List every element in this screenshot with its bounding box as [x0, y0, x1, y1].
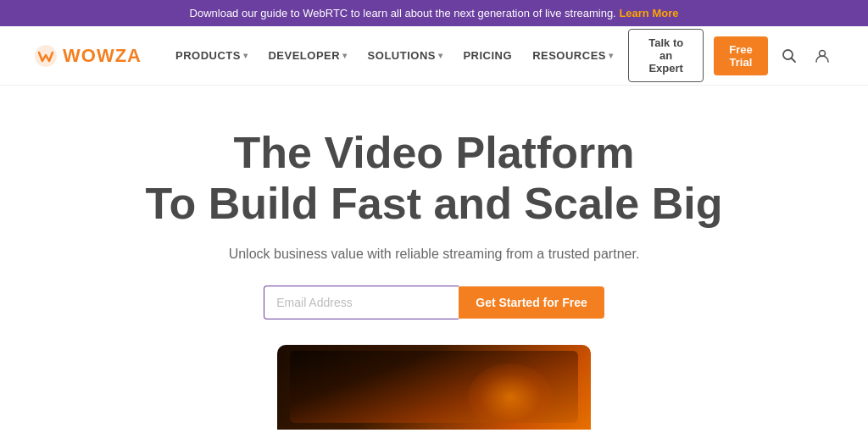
nav-developer[interactable]: DEVELOPER ▾ [259, 42, 355, 69]
chevron-down-icon: ▾ [243, 51, 248, 60]
nav-resources[interactable]: RESOURCES ▾ [524, 42, 621, 69]
preview-inner [290, 351, 578, 423]
hero-section: The Video Platform To Build Fast and Sca… [0, 86, 868, 444]
nav-solutions[interactable]: SOLUTIONS ▾ [359, 42, 452, 69]
announcement-text: Download our guide to WebRTC to learn al… [190, 7, 616, 19]
talk-to-expert-button[interactable]: Talk to an Expert [628, 29, 703, 82]
svg-line-2 [792, 58, 796, 62]
chevron-down-icon: ▾ [609, 51, 614, 60]
header: WOWZA PRODUCTS ▾ DEVELOPER ▾ SOLUTIONS ▾… [0, 26, 868, 86]
hero-title: The Video Platform To Build Fast and Sca… [146, 128, 723, 230]
chevron-down-icon: ▾ [438, 51, 443, 60]
nav-pricing[interactable]: PRICING [454, 42, 520, 69]
chevron-down-icon: ▾ [342, 51, 348, 60]
user-icon [814, 47, 831, 64]
preview-thumbnail [277, 345, 591, 430]
preview-glow [468, 364, 553, 423]
hero-subtitle: Unlock business value with reliable stre… [229, 247, 640, 262]
account-button[interactable] [810, 44, 834, 68]
logo-icon [34, 44, 58, 68]
header-actions: Talk to an Expert Free Trial [628, 29, 834, 82]
free-trial-button[interactable]: Free Trial [714, 36, 768, 75]
logo[interactable]: WOWZA [34, 44, 142, 68]
main-nav: PRODUCTS ▾ DEVELOPER ▾ SOLUTIONS ▾ PRICI… [167, 29, 834, 82]
announcement-bar: Download our guide to WebRTC to learn al… [0, 0, 868, 26]
nav-products[interactable]: PRODUCTS ▾ [167, 42, 256, 69]
announcement-link[interactable]: Learn More [619, 7, 678, 19]
get-started-button[interactable]: Get Started for Free [459, 286, 604, 319]
email-input[interactable] [264, 286, 459, 319]
search-button[interactable] [778, 45, 800, 67]
search-icon [782, 48, 797, 64]
hero-form: Get Started for Free [264, 286, 604, 319]
logo-text: WOWZA [63, 45, 142, 67]
